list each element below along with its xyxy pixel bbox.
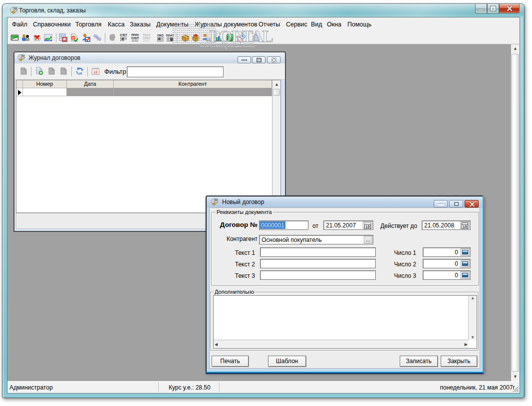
svg-text:ПКО: ПКО bbox=[157, 34, 164, 37]
svg-text:15: 15 bbox=[463, 224, 467, 229]
svg-text:12: 12 bbox=[63, 38, 67, 41]
svg-text:$: $ bbox=[72, 36, 74, 40]
svg-text:НАКЛ: НАКЛ bbox=[143, 36, 150, 39]
svg-text:12: 12 bbox=[94, 70, 98, 74]
svg-text:%: % bbox=[96, 36, 101, 42]
svg-text:15: 15 bbox=[365, 224, 369, 229]
svg-text:НАКЛ: НАКЛ bbox=[131, 36, 139, 39]
svg-text:СЧЕТ: СЧЕТ bbox=[120, 33, 127, 36]
